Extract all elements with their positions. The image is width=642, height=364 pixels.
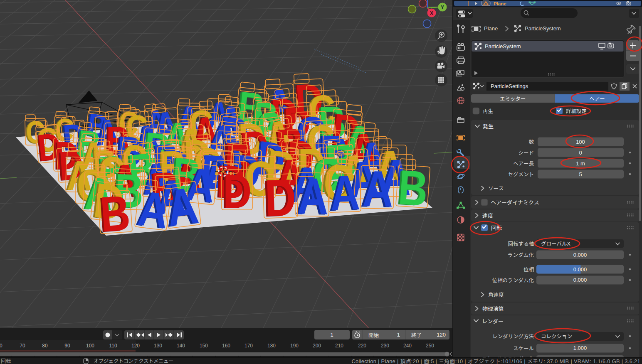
svg-text:240: 240: [403, 343, 412, 349]
svg-text:D: D: [264, 168, 297, 227]
svg-text:コレクション: コレクション: [541, 334, 572, 339]
svg-text:0.000: 0.000: [573, 277, 587, 283]
svg-text:120: 120: [131, 343, 140, 349]
svg-text:100: 100: [576, 139, 585, 145]
svg-text:190: 190: [290, 343, 299, 349]
svg-text:0.000: 0.000: [573, 252, 587, 258]
svg-text:B: B: [99, 185, 132, 242]
svg-text:170: 170: [244, 343, 253, 349]
svg-text:再生: 再生: [483, 108, 493, 114]
svg-text:1 m: 1 m: [576, 160, 585, 167]
svg-text:60: 60: [0, 343, 2, 349]
svg-text:180: 180: [267, 343, 276, 349]
svg-text:ParticleSystem: ParticleSystem: [525, 25, 561, 32]
svg-text:B: B: [397, 160, 430, 216]
svg-text:終了: 終了: [411, 332, 422, 338]
svg-text:エミッター: エミッター: [500, 96, 526, 102]
svg-text:ヘアー: ヘアー: [589, 96, 605, 102]
svg-text:速度: 速度: [482, 213, 493, 219]
svg-text:位相のランダム化: 位相のランダム化: [492, 278, 534, 283]
svg-text:1.000: 1.000: [573, 345, 587, 351]
svg-text:角速度: 角速度: [488, 292, 504, 298]
svg-text:130: 130: [154, 343, 162, 349]
svg-text:Plane: Plane: [484, 25, 498, 32]
svg-text:数: 数: [528, 139, 534, 145]
svg-text:90: 90: [64, 343, 70, 349]
svg-text:グローバルX: グローバルX: [541, 241, 571, 247]
svg-text:0.000: 0.000: [573, 266, 587, 273]
svg-text:220: 220: [358, 343, 366, 349]
svg-text:回転: 回転: [491, 225, 502, 231]
svg-text:160: 160: [222, 343, 230, 349]
svg-text:80: 80: [42, 343, 48, 349]
svg-text:110: 110: [109, 343, 117, 349]
svg-text:120: 120: [437, 332, 446, 338]
svg-text:Plane: Plane: [494, 1, 506, 6]
svg-text:A: A: [362, 160, 394, 217]
svg-text:ヘアー長: ヘアー長: [513, 161, 534, 167]
svg-text:位相: 位相: [523, 267, 534, 273]
svg-text:0: 0: [579, 150, 582, 156]
svg-text:200: 200: [313, 343, 321, 349]
svg-text:ソース: ソース: [488, 186, 504, 192]
svg-text:1: 1: [330, 332, 333, 338]
svg-text:レンダリング方法: レンダリング方法: [492, 334, 534, 339]
svg-text:物理演算: 物理演算: [482, 306, 504, 312]
svg-text:Y: Y: [441, 5, 444, 10]
svg-text:150: 150: [200, 343, 208, 349]
svg-text:ランダム化: ランダム化: [508, 252, 534, 258]
svg-text:ParticleSystem: ParticleSystem: [485, 43, 521, 49]
svg-text:シード: シード: [518, 150, 534, 156]
svg-text:A: A: [329, 165, 361, 221]
svg-text:発生: 発生: [483, 123, 494, 130]
svg-text:A: A: [297, 167, 329, 225]
svg-text:ParticleSettings: ParticleSettings: [491, 83, 528, 89]
svg-text:5: 5: [579, 171, 582, 177]
svg-text:230: 230: [381, 343, 389, 349]
svg-text:ヘアーダイナミクス: ヘアーダイナミクス: [491, 199, 539, 206]
svg-text:スケール: スケール: [513, 346, 534, 352]
svg-text:詳細設定: 詳細設定: [566, 108, 587, 114]
svg-text:100: 100: [86, 343, 94, 349]
svg-text:開始: 開始: [368, 332, 379, 338]
svg-text:セグメント: セグメント: [508, 172, 534, 177]
svg-text:140: 140: [177, 343, 185, 349]
svg-text:250: 250: [426, 343, 434, 349]
svg-text:0.000: 0.000: [573, 357, 587, 357]
svg-text:回転する軸: 回転する軸: [508, 241, 534, 247]
svg-text:1: 1: [397, 332, 400, 338]
svg-text:スケールのランダム化: スケールのランダム化: [482, 356, 534, 357]
svg-text:210: 210: [335, 343, 343, 349]
svg-text:70: 70: [20, 343, 25, 349]
svg-text:レンダー: レンダー: [482, 318, 504, 325]
svg-text:X: X: [430, 10, 433, 16]
